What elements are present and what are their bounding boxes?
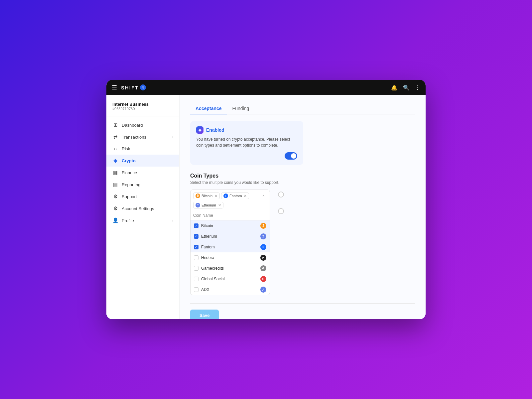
save-section: Save bbox=[190, 303, 415, 319]
coin-checkbox-hedera bbox=[194, 255, 199, 260]
radio-column bbox=[278, 190, 284, 214]
reporting-icon: ▤ bbox=[112, 182, 118, 188]
coin-search-container bbox=[191, 210, 270, 220]
coin-name-global-social: Global Social bbox=[201, 277, 258, 281]
radio-btn-1[interactable] bbox=[278, 192, 284, 198]
coin-item-hedera[interactable]: Hedera H bbox=[191, 252, 270, 263]
sidebar-item-profile[interactable]: 👤 Profile › bbox=[106, 214, 179, 226]
sidebar-item-label: Risk bbox=[122, 146, 130, 151]
sidebar-item-reporting[interactable]: ▤ Reporting bbox=[106, 179, 179, 191]
coin-name-etherium: Etherium bbox=[201, 234, 258, 239]
sidebar-item-support[interactable]: ⚙ Support bbox=[106, 191, 179, 202]
risk-icon: ○ bbox=[112, 146, 118, 152]
btc-tag-label: Bitcoin bbox=[201, 194, 212, 198]
bell-icon[interactable]: 🔔 bbox=[391, 84, 398, 91]
coin-checkbox-fantom: ✓ bbox=[194, 245, 199, 249]
coin-name-adx: ADX bbox=[201, 287, 258, 292]
sidebar-item-label: Reporting bbox=[122, 182, 140, 187]
hbar-coin-icon: H bbox=[260, 255, 266, 261]
crypto-enabled-icon: ◈ bbox=[196, 126, 203, 134]
tab-acceptance[interactable]: Acceptance bbox=[190, 103, 227, 114]
coin-item-fantom[interactable]: ✓ Fantom F bbox=[191, 242, 270, 252]
tag-bitcoin[interactable]: ₿ Bitcoin ✕ bbox=[193, 193, 220, 199]
ftm-tag-label: Fantom bbox=[229, 194, 242, 198]
finance-icon: ▦ bbox=[112, 170, 118, 176]
sidebar-item-label: Support bbox=[122, 194, 137, 199]
sidebar-item-finance[interactable]: ▦ Finance bbox=[106, 167, 179, 179]
ftm-remove-icon[interactable]: ✕ bbox=[244, 194, 247, 198]
support-icon: ⚙ bbox=[112, 194, 118, 200]
tabs-container: Acceptance Funding bbox=[190, 103, 415, 114]
coin-item-etherium[interactable]: ✓ Etherium Ξ bbox=[191, 231, 270, 242]
sidebar-item-crypto[interactable]: ◈ Crypto bbox=[106, 155, 179, 167]
menu-icon[interactable]: ☰ bbox=[112, 84, 117, 91]
tab-funding[interactable]: Funding bbox=[227, 103, 255, 114]
dropdown-collapse-icon[interactable]: ∧ bbox=[260, 194, 267, 198]
tag-etherium[interactable]: Ξ Etherium ✕ bbox=[193, 202, 223, 208]
coin-item-bitcoin[interactable]: ✓ Bitcoin ₿ bbox=[191, 220, 270, 231]
coin-checkbox-etherium: ✓ bbox=[194, 234, 199, 239]
btc-remove-icon[interactable]: ✕ bbox=[214, 194, 217, 198]
chevron-right-icon: › bbox=[172, 135, 173, 139]
profile-icon: 👤 bbox=[112, 217, 118, 223]
app-window: ☰ SHIFT 4 🔔 🔍 ⋮ Internet Business #06507… bbox=[106, 80, 426, 319]
multiselect-wrapper: ₿ Bitcoin ✕ F Fantom ✕ ∧ bbox=[190, 190, 415, 295]
ftm-coin-icon: F bbox=[260, 244, 266, 250]
crypto-icon: ◈ bbox=[112, 158, 118, 164]
topbar-left: ☰ SHIFT 4 bbox=[112, 84, 146, 91]
btc-coin-icon: ₿ bbox=[260, 223, 266, 229]
more-icon[interactable]: ⋮ bbox=[415, 84, 420, 91]
topbar-right: 🔔 🔍 ⋮ bbox=[391, 84, 420, 91]
sidebar-item-transactions[interactable]: ⇄ Transactions › bbox=[106, 131, 179, 143]
sidebar: Internet Business #0650710780 ⊞ Dashboar… bbox=[106, 95, 180, 319]
coin-multiselect[interactable]: ₿ Bitcoin ✕ F Fantom ✕ ∧ bbox=[190, 190, 270, 295]
toggle-container bbox=[196, 152, 297, 160]
eth-remove-icon[interactable]: ✕ bbox=[218, 203, 221, 207]
save-button[interactable]: Save bbox=[190, 310, 219, 319]
adx-coin-icon: A bbox=[260, 287, 266, 293]
gst-coin-icon: G bbox=[260, 276, 266, 282]
coin-checkbox-bitcoin: ✓ bbox=[194, 223, 199, 228]
enabled-description: You have turned on crypto acceptance. Pl… bbox=[196, 136, 297, 148]
coin-name-gamecredits: Gamecredits bbox=[201, 266, 258, 271]
gmc-coin-icon: G bbox=[260, 265, 266, 271]
coin-name-bitcoin: Bitcoin bbox=[201, 223, 258, 228]
radio-btn-2[interactable] bbox=[278, 208, 284, 214]
search-icon[interactable]: 🔍 bbox=[403, 84, 410, 91]
sidebar-item-label: Profile bbox=[122, 218, 134, 223]
main-layout: Internet Business #0650710780 ⊞ Dashboar… bbox=[106, 95, 426, 319]
tag-fantom[interactable]: F Fantom ✕ bbox=[221, 193, 249, 199]
coin-checkbox-adx bbox=[194, 287, 199, 292]
enabled-card: ◈ Enabled You have turned on crypto acce… bbox=[190, 121, 303, 165]
topbar-logo: SHIFT 4 bbox=[121, 84, 146, 90]
coin-types-section: Coin Types Select the multiple coins you… bbox=[190, 173, 415, 295]
transactions-icon: ⇄ bbox=[112, 134, 118, 140]
sidebar-item-dashboard[interactable]: ⊞ Dashboard bbox=[106, 119, 179, 131]
enabled-header: ◈ Enabled bbox=[196, 126, 297, 134]
tags-list: ₿ Bitcoin ✕ F Fantom ✕ ∧ bbox=[193, 193, 267, 199]
chevron-right-icon: › bbox=[172, 219, 173, 222]
coin-name-hedera: Hedera bbox=[201, 255, 258, 260]
dashboard-icon: ⊞ bbox=[112, 122, 118, 128]
eth-coin-icon: Ξ bbox=[260, 233, 266, 239]
eth-tag-label: Etherium bbox=[201, 203, 216, 207]
coin-list: ✓ Bitcoin ₿ ✓ Etherium Ξ bbox=[191, 220, 270, 295]
content-area: Acceptance Funding ◈ Enabled You have tu… bbox=[180, 95, 426, 319]
sidebar-item-label: Dashboard bbox=[122, 123, 143, 128]
topbar: ☰ SHIFT 4 🔔 🔍 ⋮ bbox=[106, 80, 426, 95]
coin-item-adx[interactable]: ADX A bbox=[191, 284, 270, 295]
coin-search-input[interactable] bbox=[193, 213, 267, 218]
sidebar-item-label: Crypto bbox=[122, 158, 136, 163]
sidebar-item-risk[interactable]: ○ Risk bbox=[106, 143, 179, 155]
sidebar-item-label: Transactions bbox=[122, 135, 146, 140]
coin-name-fantom: Fantom bbox=[201, 245, 258, 249]
logo-badge: 4 bbox=[140, 84, 146, 90]
business-name: Internet Business bbox=[112, 102, 173, 107]
coin-checkbox-gamecredits bbox=[194, 266, 199, 271]
sidebar-item-account-settings[interactable]: ⚙ Account Settings bbox=[106, 202, 179, 214]
coin-item-global-social[interactable]: Global Social G bbox=[191, 274, 270, 284]
coin-item-gamecredits[interactable]: Gamecredits G bbox=[191, 263, 270, 274]
sidebar-item-label: Account Settings bbox=[122, 206, 154, 211]
crypto-toggle[interactable] bbox=[285, 152, 297, 160]
tags-row-2: Ξ Etherium ✕ bbox=[193, 202, 267, 208]
